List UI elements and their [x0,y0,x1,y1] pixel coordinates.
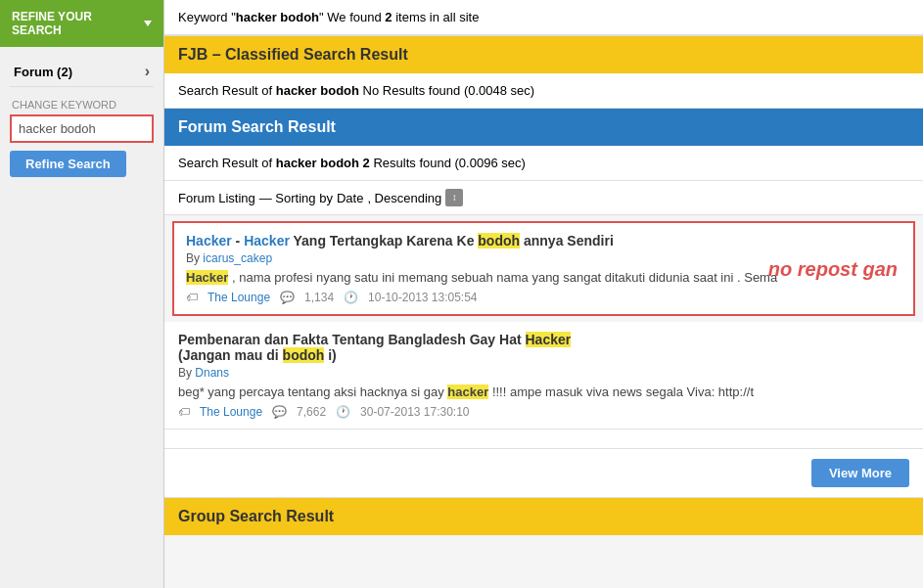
result-author-2: By Dnans [178,366,909,380]
tag-icon-1: 🏷 [186,291,198,304]
sorting-bar: Forum Listing — Sorting by Date , Descen… [164,181,923,215]
sidebar-header: REFINE YOUR SEARCH [0,0,163,47]
topbar-count: 2 [385,10,392,24]
snippet-text-2a: beg* yang percaya tentang aksi hacknya s… [178,384,447,399]
sidebar-arrow-icon [144,21,152,26]
tag-icon-2: 🏷 [178,405,190,419]
view-more-row: View More [164,449,923,498]
forum-text: Forum [14,65,53,79]
result-title-part-pembenaran: Pembenaran dan Fakta Tentang Bangladesh … [178,332,526,347]
result-title-part-bodoh: bodoh [478,233,520,249]
fjb-result-prefix: Search Result of [178,83,276,98]
snippet-text-2b: !!!! ampe masuk viva news segala Viva: h… [492,384,754,399]
search-input[interactable] [10,114,154,143]
topbar-suffix: " We found [319,10,385,24]
spacer-block [164,430,923,449]
view-more-button[interactable]: View More [811,459,909,487]
result-title-part-i: i) [328,347,337,363]
fjb-section-content: Search Result of hacker bodoh No Results… [164,73,923,109]
topbar-suffix2: items in all site [392,10,480,24]
result-title-part-jangan: (Jangan mau di [178,347,283,363]
top-bar: Keyword "hacker bodoh" We found 2 items … [164,0,923,35]
datetime-2: 30-07-2013 17:30:10 [360,405,469,419]
result-meta-1: 🏷 The Lounge 💬 1,134 🕐 10-10-2013 13:05:… [186,291,901,304]
sorting-by: — Sorting by [259,191,333,205]
snippet-hacker-1: Hacker [186,270,228,285]
topbar-keyword: hacker bodoh [236,10,319,24]
tag-link-1[interactable]: The Lounge [208,291,270,304]
result-author-link-1[interactable]: icarus_cakep [203,251,272,265]
fjb-title: FJB – Classified Search Result [178,46,408,63]
result-title-part-annya: annya Sendiri [524,233,614,249]
result-title-part-hacker1: Hacker [186,233,232,249]
forum-result-keyword: hacker bodoh [276,156,359,170]
datetime-1: 10-10-2013 13:05:54 [368,291,477,304]
no-repost-label: no repost gan [768,257,898,280]
result-author-link-2[interactable]: Dnans [195,366,229,380]
result-title-2: Pembenaran dan Fakta Tentang Bangladesh … [178,332,909,363]
fjb-result-keyword: hacker bodoh [276,83,359,98]
result-title-part-hacker2: Hacker [244,233,290,249]
sorting-label: Forum Listing [178,191,255,205]
comment-count-2: 7,662 [297,405,326,419]
group-section-title: Group Search Result [178,508,334,524]
result-title-1: Hacker - Hacker Yang Tertangkap Karena K… [186,233,901,249]
forum-result-count: 2 [363,156,370,170]
forum-arrow-icon: › [145,63,150,80]
sidebar: REFINE YOUR SEARCH Forum (2) › CHANGE KE… [0,0,164,588]
fjb-result-suffix: No Results found (0.0048 sec) [359,83,534,98]
sidebar-body: Forum (2) › CHANGE KEYWORD Refine Search [0,47,163,187]
forum-result-item-2: Pembenaran dan Fakta Tentang Bangladesh … [164,322,923,430]
sort-icon[interactable]: ↕ [445,189,463,206]
result-title-dash: - [236,233,245,249]
snippet-text-1: , nama profesi nyang satu ini memang seb… [232,270,777,285]
forum-result-prefix: Search Result of [178,156,276,170]
refine-search-button[interactable]: Refine Search [10,151,126,177]
forum-section-title: Forum Search Result [178,118,336,135]
clock-icon-1: 🕐 [344,291,358,304]
forum-label: Forum (2) [14,65,72,79]
snippet-hacker-2: hacker [447,384,488,399]
sidebar-header-label: REFINE YOUR SEARCH [12,10,138,37]
tag-link-2[interactable]: The Lounge [200,405,262,419]
change-keyword-label: CHANGE KEYWORD [10,99,154,111]
comment-icon-1: 💬 [280,291,295,304]
sidebar-item-forum[interactable]: Forum (2) › [10,57,154,87]
sort-field: Date [337,191,363,205]
result-title-part-yang: Yang Tertangkap Karena Ke [294,233,479,249]
comment-count-1: 1,134 [304,291,334,304]
forum-result-suffix: Results found (0.0096 sec) [370,156,526,170]
result-meta-2: 🏷 The Lounge 💬 7,662 🕐 30-07-2013 17:30:… [178,405,909,419]
forum-section-content: Search Result of hacker bodoh 2 Results … [164,146,923,181]
group-section-header: Group Search Result [164,498,923,535]
result-title-part-bodoh2: bodoh [283,347,325,363]
comment-icon-2: 💬 [272,405,287,419]
topbar-prefix: Keyword " [178,10,236,24]
forum-section-header: Forum Search Result [164,109,923,146]
main-content: Keyword "hacker bodoh" We found 2 items … [164,0,923,588]
result-title-part-hacker3: Hacker [526,332,572,347]
fjb-section-header: FJB – Classified Search Result [164,35,923,73]
result-snippet-2: beg* yang percaya tentang aksi hacknya s… [178,384,909,399]
forum-count: (2) [57,65,72,79]
sort-dir: , Descending [367,191,441,205]
clock-icon-2: 🕐 [336,405,350,419]
forum-result-item-1: Hacker - Hacker Yang Tertangkap Karena K… [172,221,915,316]
